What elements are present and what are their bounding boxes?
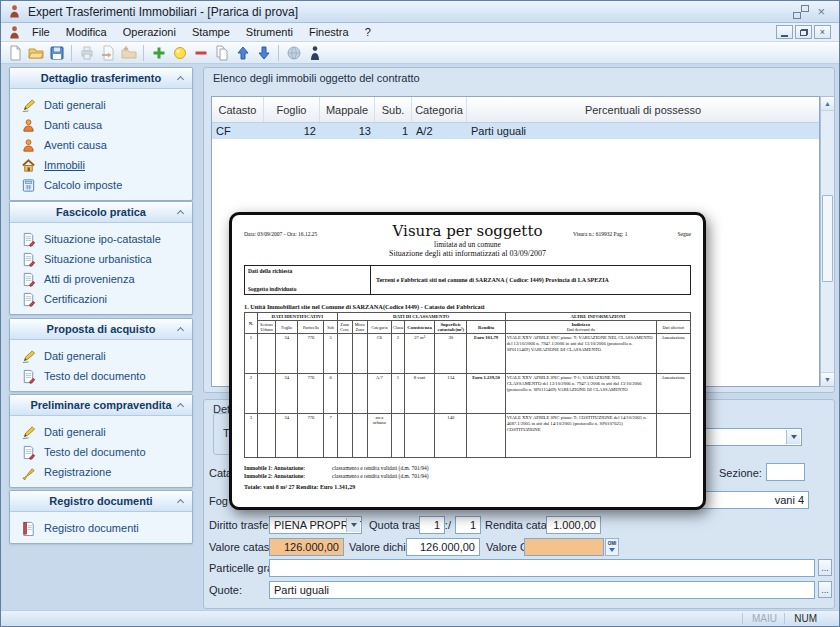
valore-omi-field[interactable]: [524, 538, 604, 556]
new-document-button[interactable]: [4, 43, 25, 63]
quota-numeratore-field[interactable]: 1: [419, 516, 445, 534]
dropdown-icon[interactable]: [786, 430, 800, 444]
rendita-catastale-field[interactable]: 1.000,00: [546, 516, 601, 534]
menu-operazioni[interactable]: Operazioni: [115, 24, 184, 40]
visura-totale: Totale: vani 8 m² 27 Rendita: Euro 1.341…: [244, 484, 691, 490]
move-down-button[interactable]: [253, 43, 274, 63]
open-button[interactable]: [25, 43, 46, 63]
menu-finestra[interactable]: Finestra: [301, 24, 357, 40]
particelle-graffate-field[interactable]: [269, 559, 815, 577]
menu-help[interactable]: ?: [357, 24, 379, 40]
sezione-field[interactable]: [766, 463, 805, 481]
move-up-button[interactable]: [232, 43, 253, 63]
app-window: Expert Trasferimenti Immobiliari - [Prar…: [0, 0, 840, 627]
sidebar-item-registrazione[interactable]: Registrazione: [21, 462, 188, 482]
chevron-up-icon: [177, 210, 184, 217]
sidebar-item-dati-generali[interactable]: Dati generali: [21, 95, 188, 115]
scrollbar-thumb[interactable]: [822, 195, 833, 282]
column-header-sub[interactable]: Sub.: [375, 97, 412, 122]
panel-header[interactable]: Fascicolo pratica: [10, 202, 192, 223]
column-header-categoria[interactable]: Categoria: [412, 97, 467, 122]
particelle-ellipsis-button[interactable]: ...: [818, 559, 832, 576]
chevron-up-icon: [177, 403, 184, 410]
vt-cell: 30: [435, 334, 467, 374]
menu-file[interactable]: File: [24, 24, 58, 40]
cell-catasto: CF: [212, 123, 264, 139]
save-button[interactable]: [46, 43, 67, 63]
diritto-trasferito-combobox[interactable]: PIENA PROPRIETA': [269, 516, 362, 534]
mdi-minimize-button[interactable]: [776, 25, 793, 39]
person-icon: [21, 118, 36, 133]
toolbar-separator: [71, 45, 72, 61]
panel-header[interactable]: Preliminare compravendita: [10, 395, 192, 416]
close-button[interactable]: ×: [817, 5, 825, 18]
sidebar-item-dati-generali-preliminare[interactable]: Dati generali: [21, 422, 188, 442]
sidebar-item-registro-documenti[interactable]: Registro documenti: [21, 518, 188, 538]
sidebar-item-label: Atti di provenienza: [44, 273, 135, 285]
vt-group-altre: ALTRE INFORMAZIONI: [505, 313, 690, 321]
menu-strumenti[interactable]: Strumenti: [238, 24, 301, 40]
restore-icon: [800, 29, 808, 36]
table-row[interactable]: CF 12 13 1 A/2 Parti uguali: [212, 123, 819, 139]
document-icon: [21, 232, 36, 247]
sidebar-item-testo-documento-preliminare[interactable]: Testo del documento: [21, 442, 188, 462]
vt-cell: 3: [245, 414, 258, 458]
menu-stampe[interactable]: Stampe: [184, 24, 238, 40]
scroll-up-button[interactable]: ▲: [821, 97, 834, 111]
omi-button[interactable]: OMI: [605, 538, 619, 556]
visura-row-2: 2 24 776 6 A/7 1 8 vani 134 Euro 1.239,5…: [245, 374, 691, 414]
vt-cell: [405, 414, 435, 458]
column-header-foglio[interactable]: Foglio: [264, 97, 320, 122]
sidebar-item-situazione-ipo-catastale[interactable]: Situazione ipo-catastale: [21, 229, 188, 249]
panel-header[interactable]: Registro documenti: [10, 491, 192, 512]
toolbar-separator: [143, 45, 144, 61]
sidebar-item-testo-documento-proposta[interactable]: Testo del documento: [21, 366, 188, 386]
vt-header-consistenza: Consistenza: [405, 321, 435, 334]
sidebar-item-certificazioni[interactable]: Certificazioni: [21, 289, 188, 309]
sidebar-item-dati-generali-proposta[interactable]: Dati generali: [21, 346, 188, 366]
help-button[interactable]: [283, 43, 304, 63]
sidebar-item-atti-di-provenienza[interactable]: Atti di provenienza: [21, 269, 188, 289]
vt-cell: 5: [324, 334, 337, 374]
dropdown-icon[interactable]: [346, 518, 360, 532]
delete-icon: [193, 45, 209, 61]
sidebar-item-calcolo-imposte[interactable]: Calcolo imposte: [21, 175, 188, 195]
visura-title: Visura per soggetto: [362, 223, 573, 240]
vt-header-ulteriori: Dati ulteriori: [656, 321, 690, 334]
quote-ellipsis-button[interactable]: ...: [818, 581, 832, 598]
print-button[interactable]: [76, 43, 97, 63]
menu-modifica[interactable]: Modifica: [58, 24, 115, 40]
panel-title: Registro documenti: [49, 495, 152, 507]
vt-cell: 134: [435, 374, 467, 414]
sidebar-item-aventi-causa[interactable]: Aventi causa: [21, 135, 188, 155]
sidebar-item-immobili[interactable]: Immobili: [21, 155, 188, 175]
vertical-scrollbar[interactable]: ▲ ▼: [820, 96, 835, 387]
panel-header[interactable]: Dettaglio trasferimento: [10, 68, 192, 89]
valore-catastale-field[interactable]: 126.000,00: [269, 538, 344, 556]
cell-mappale: 13: [320, 123, 375, 139]
scroll-down-button[interactable]: ▼: [821, 372, 834, 386]
import-folder-button[interactable]: [118, 43, 139, 63]
column-header-percentuali[interactable]: Percentuali di possesso: [467, 97, 819, 122]
delete-button[interactable]: [190, 43, 211, 63]
mdi-close-button[interactable]: ×: [814, 25, 831, 39]
vt-group-classamento: DATI DI CLASSAMENTO: [337, 313, 505, 321]
quota-denominatore-field[interactable]: 1: [455, 516, 481, 534]
valore-dichiarato-field[interactable]: 126.000,00: [406, 538, 480, 556]
vt-cell: 24: [276, 334, 298, 374]
mdi-restore-button[interactable]: [795, 25, 812, 39]
vt-cell-indirizzo: VIALE XXV APRILE SNC piano: T-1; VARIAZI…: [505, 374, 656, 414]
status-maiu: MAIU: [752, 613, 777, 624]
exit-button[interactable]: [304, 43, 325, 63]
export-document-button[interactable]: [97, 43, 118, 63]
column-header-mappale[interactable]: Mappale: [320, 97, 375, 122]
panel-header[interactable]: Proposta di acquisto: [10, 319, 192, 340]
copy-document-button[interactable]: [211, 43, 232, 63]
add-button[interactable]: [148, 43, 169, 63]
cell-foglio: 12: [264, 123, 320, 139]
sidebar-item-danti-causa[interactable]: Danti causa: [21, 115, 188, 135]
column-header-catasto[interactable]: Catasto: [212, 97, 264, 122]
quote-field[interactable]: Parti uguali: [269, 581, 815, 599]
edit-button[interactable]: [169, 43, 190, 63]
sidebar-item-situazione-urbanistica[interactable]: Situazione urbanistica: [21, 249, 188, 269]
